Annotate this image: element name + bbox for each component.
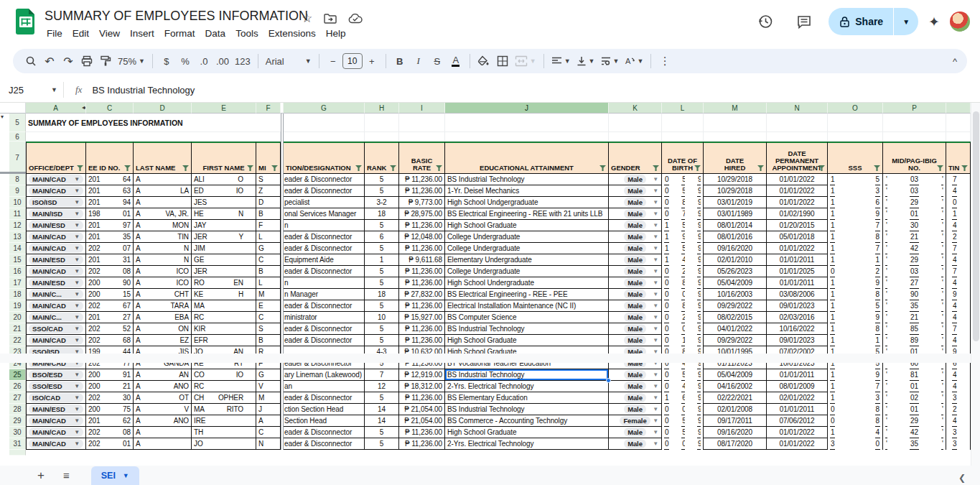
cell-pag-ibig[interactable]: '35' xyxy=(883,300,946,312)
dropdown-chip[interactable]: Male xyxy=(624,439,646,448)
cell-designation[interactable]: eader & Disconnector xyxy=(284,231,365,243)
cell-designation[interactable]: eader & Disconnector xyxy=(284,335,365,346)
dropdown-chip[interactable]: MAIN/CAD▼ xyxy=(29,336,83,345)
strikethrough-button[interactable]: S xyxy=(428,52,447,70)
header-first-name[interactable]: FIRST NAME xyxy=(192,142,256,174)
cell-first-name[interactable]: ALIO xyxy=(192,174,256,185)
cell-gender[interactable]: Male▼ xyxy=(609,404,662,415)
cell-office[interactable]: MAIN/ESD▼ xyxy=(26,220,86,231)
dropdown-chip[interactable]: Male xyxy=(624,209,646,218)
cell-date-hired[interactable]: 10/29/2018 xyxy=(704,185,767,197)
cell-first-name[interactable]: KIR xyxy=(192,323,256,335)
row-header[interactable]: 29 xyxy=(0,415,26,427)
cell-office[interactable]: MAIN/CAD▼ xyxy=(26,266,86,277)
cell-sss[interactable]: 16 xyxy=(828,197,883,208)
cell-sss[interactable]: 11 xyxy=(828,254,883,266)
cell-basic-rate[interactable]: ₱ 9,611.68 xyxy=(399,254,445,266)
cell-first-name[interactable]: CHOPHER xyxy=(192,392,256,404)
cell-designation[interactable]: eader & Disconnector xyxy=(284,185,365,197)
cell-date-hired[interactable]: 03/01/2019 xyxy=(704,197,767,208)
cell-gender[interactable]: Male▼ xyxy=(609,266,662,277)
cell-tin[interactable]: 4 xyxy=(946,381,971,392)
cell-designation[interactable]: eader & Disconnector xyxy=(284,243,365,254)
cell-ee-id[interactable]: 20015 xyxy=(86,289,134,300)
cell-basic-rate[interactable]: ₱ 11,236.00 xyxy=(399,323,445,335)
cell-date-permanent-appointment[interactable]: 02/03/2016 xyxy=(767,312,828,323)
cell-educational-attainment[interactable]: BS Commerce - Accounting Technolgy xyxy=(445,415,609,427)
all-sheets-icon[interactable]: ≡ xyxy=(63,469,70,481)
row-header[interactable]: 16 xyxy=(0,266,26,277)
cell-rank[interactable]: 3-2 xyxy=(365,197,399,208)
cell-gender[interactable]: Male▼ xyxy=(609,427,662,438)
cell-rank[interactable]: 14 xyxy=(365,415,399,427)
cell-designation[interactable]: Section Head xyxy=(284,415,365,427)
decrease-decimals-button[interactable]: .0 xyxy=(195,52,213,70)
cell-rank[interactable]: 6 xyxy=(365,231,399,243)
dropdown-chip[interactable]: Male xyxy=(624,324,646,333)
dropdown-chip[interactable]: BSO/ESD▼ xyxy=(29,370,83,379)
cell-designation[interactable]: eader & Disconnector xyxy=(284,266,365,277)
cell-office[interactable]: MAIN/CAD▼ xyxy=(26,185,86,197)
cell-sss[interactable]: 15 xyxy=(828,174,883,185)
dropdown-chip[interactable]: Male xyxy=(624,244,646,253)
cell-mi[interactable]: D xyxy=(256,197,281,208)
cell-basic-rate[interactable]: ₱ 27,832.00 xyxy=(399,289,445,300)
cell-first-name[interactable]: COIO xyxy=(192,369,256,381)
cell-ee-id[interactable]: 20162 xyxy=(86,415,134,427)
sheets-logo-icon[interactable] xyxy=(16,9,34,34)
cell-first-name[interactable]: JO xyxy=(192,438,256,450)
dropdown-chip[interactable]: Male xyxy=(624,175,646,184)
text-rotation-icon[interactable]: A ▼ xyxy=(622,52,646,70)
cell-sss[interactable]: 14 xyxy=(828,427,883,438)
cell-rank[interactable]: 7 xyxy=(365,369,399,381)
cell-mi[interactable]: N xyxy=(256,438,281,450)
cell-basic-rate[interactable]: ₱ 11,236.00 xyxy=(399,438,445,450)
cell-educational-attainment[interactable]: BS Industrial Technology xyxy=(445,369,609,381)
cell-mi[interactable]: S xyxy=(256,174,281,185)
cell-mi[interactable]: G xyxy=(256,243,281,254)
cell-educational-attainment[interactable]: Elementary Undergraduate xyxy=(445,254,609,266)
cell-sss[interactable]: 30 xyxy=(828,438,883,450)
column-header-D[interactable]: D xyxy=(134,103,192,114)
cell-pag-ibig[interactable]: '81' xyxy=(883,369,946,381)
header-basic-rate[interactable]: BASIC RATE xyxy=(399,142,445,174)
cell-first-name[interactable]: MARITO xyxy=(192,404,256,415)
cell-sss[interactable]: 17 xyxy=(828,220,883,231)
cell-first-name[interactable]: MA xyxy=(192,300,256,312)
cell-basic-rate[interactable]: ₱ 11,236.00 xyxy=(399,392,445,404)
dropdown-chip[interactable]: MAIN/ISD▼ xyxy=(29,209,83,218)
cell-office[interactable]: ISO/ISD▼ xyxy=(26,197,86,208)
cell-first-name[interactable]: JERY xyxy=(192,231,256,243)
cell-tin[interactable]: 3 xyxy=(946,392,971,404)
share-dropdown[interactable]: ▼ xyxy=(894,8,918,35)
cell-basic-rate[interactable]: ₱ 21,054.00 xyxy=(399,415,445,427)
cell-gender[interactable]: Male▼ xyxy=(609,289,662,300)
column-header-N[interactable]: M xyxy=(704,103,767,114)
cell-first-name[interactable]: GE xyxy=(192,254,256,266)
cell-office[interactable]: SSO/CAD▼ xyxy=(26,323,86,335)
version-history-icon[interactable] xyxy=(751,7,780,36)
cell-last-name[interactable]: A xyxy=(134,197,192,208)
dropdown-chip[interactable]: MAIN/CAD▼ xyxy=(29,244,83,253)
cell-date-of-birth[interactable]: 059 xyxy=(662,427,704,438)
dropdown-chip[interactable]: Male xyxy=(624,290,646,299)
cell-rank[interactable]: 5 xyxy=(365,220,399,231)
cell-pag-ibig[interactable]: '01' xyxy=(883,404,946,415)
cell-basic-rate[interactable]: ₱ 11,236.00 xyxy=(399,174,445,185)
dropdown-chip[interactable]: MAIN/ESD▼ xyxy=(29,221,83,230)
row-header[interactable]: 17 xyxy=(0,277,26,289)
cell-date-hired[interactable]: 09/29/2022 xyxy=(704,300,767,312)
row-header[interactable]: 10 xyxy=(0,197,26,208)
cell-office[interactable]: MAIN/CAD▼ xyxy=(26,243,86,254)
cell-tin[interactable]: 3 xyxy=(946,427,971,438)
cell-sss[interactable]: 17 xyxy=(828,243,883,254)
cell-basic-rate[interactable]: ₱ 11,236.00 xyxy=(399,335,445,346)
dropdown-chip[interactable]: Male xyxy=(624,278,646,287)
cell-office[interactable]: MAIN/C...▼ xyxy=(26,289,86,300)
cell-date-permanent-appointment[interactable]: 01/01/2022 xyxy=(767,427,828,438)
column-header-K[interactable]: J xyxy=(445,103,609,114)
cell-first-name[interactable]: IRE xyxy=(192,415,256,427)
cell-sss[interactable]: 19 xyxy=(828,277,883,289)
cell-pag-ibig[interactable]: '89' xyxy=(883,335,946,346)
increase-font-size-button[interactable]: + xyxy=(363,52,381,70)
